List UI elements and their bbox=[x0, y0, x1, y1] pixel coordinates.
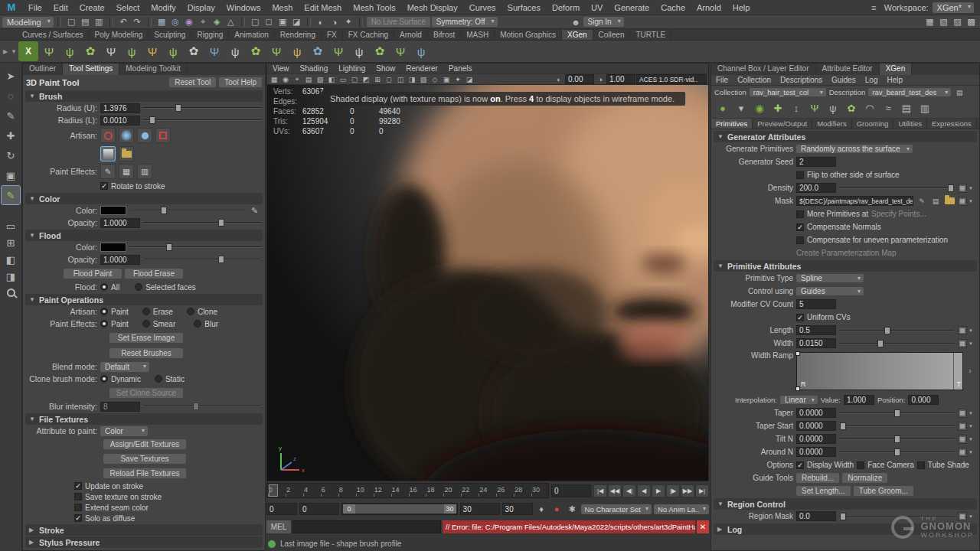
bookmark-icon[interactable]: ▤ bbox=[303, 74, 314, 84]
resolution-gate-icon[interactable]: ▢ bbox=[349, 74, 360, 84]
blend-mode-dropdown[interactable]: Default bbox=[100, 362, 149, 372]
select-hierarchy-icon[interactable]: ▢ bbox=[249, 16, 262, 28]
menu-deform[interactable]: Deform bbox=[547, 2, 585, 14]
snap-to-curve-icon[interactable]: ◎ bbox=[169, 16, 182, 28]
open-scene-icon[interactable]: ▤ bbox=[79, 16, 92, 28]
xgen-menu-descriptions[interactable]: Descriptions bbox=[776, 76, 827, 84]
texture-map-icon[interactable]: ▦ bbox=[958, 422, 967, 431]
slider-density[interactable] bbox=[839, 184, 955, 193]
flood-paint-button[interactable]: Flood Paint bbox=[64, 269, 122, 279]
playback-start-field[interactable]: 0 bbox=[299, 503, 339, 515]
flood-color-slider[interactable] bbox=[129, 243, 261, 252]
textured-display-icon[interactable]: ▣ bbox=[441, 74, 452, 84]
eyedropper-icon[interactable] bbox=[248, 204, 261, 217]
menu-display[interactable]: Display bbox=[182, 2, 220, 14]
menu-mesh-tools[interactable]: Mesh Tools bbox=[348, 2, 400, 14]
frame-tick-22[interactable]: 22 bbox=[460, 484, 478, 497]
checkbox-uniform-cvs[interactable] bbox=[796, 314, 804, 321]
frame-tick-12[interactable]: 12 bbox=[373, 484, 390, 497]
xgen-tab-grooming[interactable]: Grooming bbox=[852, 119, 894, 129]
workspace-menu-icon[interactable] bbox=[867, 2, 880, 14]
lighting-toggle-icon[interactable]: ✦ bbox=[452, 74, 463, 84]
slider-handle[interactable] bbox=[840, 422, 846, 430]
divider[interactable] bbox=[241, 18, 245, 27]
xray-icon[interactable]: ▨ bbox=[418, 74, 429, 84]
command-result-error[interactable]: // Error: file: C:/Program Files/Autodes… bbox=[443, 520, 695, 533]
save-texture-on-stroke-checkbox[interactable] bbox=[74, 493, 82, 500]
radius-l-field[interactable]: 0.0010 bbox=[100, 116, 140, 126]
menu-generate[interactable]: Generate bbox=[609, 2, 655, 14]
xgen-add-guide-icon[interactable]: ✚ bbox=[769, 100, 786, 117]
highlight-selection-icon[interactable]: ◪ bbox=[290, 16, 303, 28]
shelf-tab-fx[interactable]: FX bbox=[322, 30, 343, 40]
section-header-brush[interactable]: Brush bbox=[25, 90, 263, 102]
dropdown-generate-primitives[interactable]: Randomly across the surface bbox=[796, 145, 913, 153]
field-taper[interactable]: 0.0000 bbox=[796, 408, 836, 418]
frame-tick-10[interactable]: 10 bbox=[355, 484, 373, 497]
xgen-convert-icon[interactable]: Ψ bbox=[266, 41, 286, 61]
frame-tick-6[interactable]: 6 bbox=[320, 484, 338, 497]
menu-file[interactable]: File bbox=[23, 2, 47, 14]
render-current-frame-icon[interactable]: ◐ bbox=[315, 16, 328, 28]
film-gate-icon[interactable]: ▭ bbox=[338, 74, 348, 84]
ramp-handle[interactable] bbox=[795, 351, 800, 356]
flood-color-swatch[interactable] bbox=[100, 243, 126, 252]
section-header-stroke[interactable]: Stroke bbox=[25, 524, 263, 536]
auto-key-icon[interactable] bbox=[550, 503, 564, 515]
description-dropdown[interactable]: rav_beard_test_des bbox=[868, 88, 951, 96]
slider-handle[interactable] bbox=[218, 256, 224, 263]
mask-path-field[interactable]: ${DESC}/paintmaps/rav_beard_test_densMsk bbox=[796, 196, 913, 206]
snap-to-view-plane-icon[interactable]: ◈ bbox=[211, 16, 224, 28]
texture-map-icon[interactable]: ▦ bbox=[958, 339, 967, 348]
save-textures-button[interactable]: Save Textures bbox=[103, 454, 186, 464]
animation-end-field[interactable]: 30 bbox=[502, 503, 533, 515]
tab-outliner[interactable]: Outliner bbox=[23, 64, 63, 75]
xgen-preview-icon[interactable]: ✿ bbox=[246, 41, 266, 61]
button-set-length[interactable]: Set Length... bbox=[796, 486, 851, 496]
step-forward-key-button[interactable]: ▶▶ bbox=[681, 484, 694, 497]
reset-tool-button[interactable]: Reset Tool bbox=[169, 77, 216, 87]
play-forwards-button[interactable]: ▶ bbox=[652, 484, 665, 497]
shelf-tab-sculpting[interactable]: Sculpting bbox=[149, 30, 191, 40]
checkbox-more-primitives-at[interactable] bbox=[796, 210, 804, 218]
clone-dynamic-radio[interactable] bbox=[100, 375, 108, 383]
safe-title-icon[interactable]: ◫ bbox=[395, 74, 406, 84]
current-tool-3d-paint-icon[interactable]: ✎ bbox=[2, 186, 20, 204]
field-width[interactable]: 0.0150 bbox=[796, 338, 836, 348]
right-panel-tab-xgen[interactable]: XGen bbox=[880, 64, 913, 75]
field-region-mask[interactable]: 0.0 bbox=[796, 511, 836, 521]
range-fill[interactable] bbox=[343, 504, 456, 514]
artisan-paint-radio[interactable] bbox=[100, 308, 108, 315]
dropdown-control-using[interactable]: Guides bbox=[796, 287, 864, 295]
radius-u-slider[interactable] bbox=[143, 103, 261, 112]
viewport-menu-renderer[interactable]: Renderer bbox=[400, 64, 443, 73]
view-transform-dropdown[interactable]: ACES 1.0 SDR-vid.. bbox=[636, 74, 707, 84]
snap-to-grid-icon[interactable]: ▦ bbox=[155, 16, 168, 28]
slider-handle[interactable] bbox=[175, 104, 181, 112]
divider[interactable] bbox=[148, 18, 152, 27]
wireframe-on-shaded-icon[interactable]: ◇ bbox=[430, 74, 440, 84]
animation-preferences-icon[interactable] bbox=[566, 503, 579, 515]
pfx-blur-radio[interactable] bbox=[194, 320, 201, 328]
field-tilt-n[interactable]: 0.0000 bbox=[796, 434, 836, 444]
menu-uv[interactable]: UV bbox=[586, 2, 608, 14]
section-header-stylus-pressure[interactable]: Stylus Pressure bbox=[25, 536, 263, 548]
section-header-flood[interactable]: Flood bbox=[25, 230, 263, 241]
lock-camera-icon[interactable]: ◉ bbox=[280, 74, 291, 84]
shelf-options-icon[interactable] bbox=[10, 42, 18, 60]
checkbox-flip-to-other-side-of-surface[interactable] bbox=[796, 171, 804, 179]
menu-modify[interactable]: Modify bbox=[145, 2, 181, 14]
tab-tool-settings[interactable]: Tool Settings bbox=[63, 64, 119, 75]
frame-tick-26[interactable]: 26 bbox=[495, 484, 513, 497]
attr-menu-icon[interactable]: ▾ bbox=[968, 449, 974, 455]
rotate-tool-icon[interactable]: ↻ bbox=[2, 146, 20, 165]
xgen-update-preview-icon[interactable]: ◉ bbox=[751, 100, 768, 117]
right-panel-tab-attribute-editor[interactable]: Attribute Editor bbox=[816, 64, 880, 75]
attribute-to-paint-dropdown[interactable]: Color bbox=[100, 426, 148, 436]
frame-tick-16[interactable]: 16 bbox=[408, 484, 426, 497]
gate-mask-icon[interactable]: ◩ bbox=[361, 74, 371, 84]
slider-handle[interactable] bbox=[161, 207, 167, 214]
button-tube-groom[interactable]: Tube Groom... bbox=[854, 486, 913, 496]
menu-surfaces[interactable]: Surfaces bbox=[502, 2, 546, 14]
field-taper-start[interactable]: 0.0000 bbox=[796, 421, 836, 431]
